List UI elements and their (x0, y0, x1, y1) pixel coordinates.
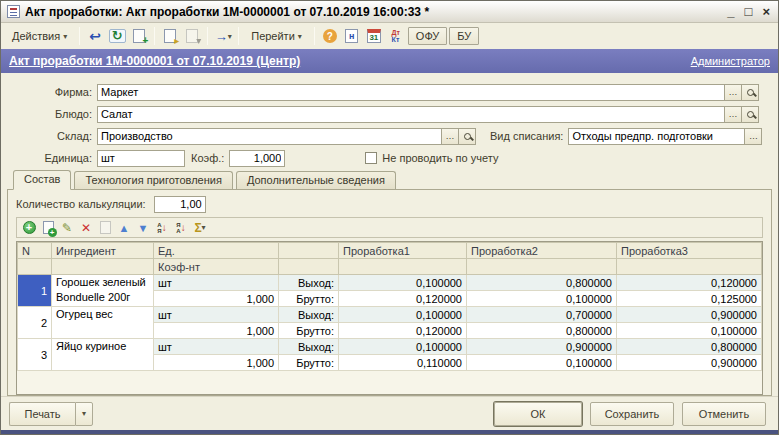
actions-menu-button[interactable]: Действия ▾ (5, 27, 74, 45)
table-row: 3 Яйцо куриное шт Выход: 0,100000 0,9000… (18, 339, 762, 355)
save-button[interactable]: Сохранить (590, 402, 674, 426)
value-cell[interactable]: 0,100000 (617, 323, 762, 339)
value-cell[interactable]: 0,800000 (467, 323, 617, 339)
vyhod-label-cell: Выход: (279, 275, 339, 291)
row-number-cell[interactable]: 1 (18, 275, 52, 307)
row-number-cell[interactable]: 2 (18, 307, 52, 339)
copy-row-button[interactable]: + (40, 220, 56, 236)
unit-cell[interactable]: шт (154, 307, 279, 323)
output-button[interactable]: → ▾ (213, 26, 233, 46)
blyudo-ellipsis-button[interactable]: … (725, 106, 742, 123)
value-cell[interactable]: 0,800000 (467, 275, 617, 291)
value-cell[interactable]: 0,700000 (467, 307, 617, 323)
koef-label: Коэф.: (185, 152, 229, 164)
debit-credit-icon: Дт Кт (392, 29, 400, 43)
unit-cell[interactable]: шт (154, 275, 279, 291)
unpost-document-button[interactable]: ▾ (182, 26, 202, 46)
vid-spisaniya-field[interactable] (568, 128, 745, 145)
sklad-ellipsis-button[interactable]: … (442, 128, 459, 145)
value-cell[interactable]: 0,120000 (339, 323, 467, 339)
maximize-button[interactable]: □ (745, 5, 753, 19)
firma-lookup-button[interactable] (742, 84, 759, 101)
goto-menu-button[interactable]: Перейти ▾ (244, 27, 309, 45)
vid-spisaniya-label: Вид списания: (476, 130, 568, 142)
koef-field[interactable] (229, 150, 285, 167)
firma-field[interactable] (97, 84, 725, 101)
export-icon: → (215, 29, 228, 44)
value-cell[interactable]: 0,100000 (339, 275, 467, 291)
value-cell[interactable]: 0,100000 (467, 355, 617, 371)
value-cell[interactable]: 0,100000 (467, 291, 617, 307)
blyudo-lookup-button[interactable] (742, 106, 759, 123)
value-cell[interactable]: 0,100000 (339, 307, 467, 323)
document-structure-button[interactable]: н (342, 26, 362, 46)
value-cell[interactable]: 0,110000 (339, 355, 467, 371)
edit-row-button[interactable]: ✎ (59, 220, 75, 236)
user-link[interactable]: Администратор (691, 55, 770, 67)
bu-toggle-button[interactable]: БУ (449, 27, 479, 45)
cancel-button[interactable]: Отменить (682, 402, 766, 426)
move-up-button[interactable]: ▲ (116, 220, 132, 236)
value-cell[interactable]: 0,120000 (617, 275, 762, 291)
value-cell[interactable]: 0,800000 (617, 339, 762, 355)
dtkt-button[interactable]: Дт Кт (386, 26, 406, 46)
document-title-link[interactable]: Акт проработки 1М-0000001 от 07.10.2019 … (9, 54, 300, 68)
form-area: Фирма: … Блюдо: … Склад: … Вид списания:… (1, 73, 778, 169)
qty-field[interactable] (154, 196, 206, 213)
tab-sostav[interactable]: Состав (13, 170, 71, 190)
ok-button[interactable]: ОК (494, 402, 582, 426)
calendar-button[interactable]: 31 (364, 26, 384, 46)
sort-desc-button[interactable]: ЯА ↓ (173, 220, 189, 236)
delete-icon: ✕ (81, 221, 91, 235)
row-number-cell[interactable]: 3 (18, 339, 52, 371)
minimize-button[interactable]: _ (727, 5, 734, 19)
unit-cell[interactable]: шт (154, 339, 279, 355)
edinitsa-field[interactable] (97, 150, 185, 167)
ingredient-cell[interactable]: Яйцо куриное (52, 339, 154, 371)
print-button[interactable]: Печать (9, 402, 75, 426)
print-menu-button[interactable]: ▾ (75, 402, 93, 426)
koef-cell[interactable]: 1,000 (154, 355, 279, 371)
add-row-button[interactable]: + (21, 220, 37, 236)
tab-dop-svedeniya[interactable]: Дополнительные сведения (236, 171, 396, 189)
window-title: Акт проработки: Акт проработки 1М-000000… (25, 5, 722, 19)
sklad-lookup-button[interactable] (459, 128, 476, 145)
value-cell[interactable]: 0,900000 (617, 307, 762, 323)
value-cell[interactable]: 0,900000 (617, 355, 762, 371)
vid-spisaniya-ellipsis-button[interactable]: … (745, 128, 762, 145)
ingredient-cell[interactable]: Горошек зеленый Bonduelle 200г (52, 275, 154, 307)
ofu-toggle-button[interactable]: ОФУ (408, 27, 447, 45)
end-edit-button[interactable] (97, 220, 113, 236)
actions-menu-label: Действия (12, 30, 60, 42)
no-accounting-checkbox[interactable] (365, 152, 377, 164)
note-icon: н (345, 29, 358, 43)
ingredient-cell[interactable]: Огурец вес (52, 307, 154, 339)
value-cell[interactable]: 0,120000 (339, 291, 467, 307)
value-cell[interactable]: 0,125000 (617, 291, 762, 307)
sklad-field[interactable] (97, 128, 442, 145)
totals-button[interactable]: Σ▾ (192, 220, 208, 236)
unpost-document-icon: ▾ (186, 29, 198, 43)
delete-row-button[interactable]: ✕ (78, 220, 94, 236)
post-document-button[interactable]: ▸ (160, 26, 180, 46)
sort-asc-button[interactable]: АЯ ↓ (154, 220, 170, 236)
sum-icon: Σ (194, 221, 201, 235)
reread-button[interactable]: ↻ (107, 26, 127, 46)
goto-menu-label: Перейти (251, 30, 295, 42)
firma-ellipsis-button[interactable]: … (725, 84, 742, 101)
value-cell[interactable]: 0,900000 (467, 339, 617, 355)
tab-tehnologiya[interactable]: Технология приготовления (74, 171, 232, 189)
qty-label: Количество калькуляции: (16, 198, 154, 210)
blyudo-field[interactable] (97, 106, 725, 123)
help-button[interactable]: ? (320, 26, 340, 46)
close-button[interactable]: × (762, 5, 770, 19)
move-down-button[interactable]: ▼ (135, 220, 151, 236)
col-header-blank (279, 243, 339, 259)
magnifier-icon (747, 89, 754, 96)
chevron-down-icon: ▾ (228, 32, 232, 41)
write-document-button[interactable]: ↩ (85, 26, 105, 46)
koef-cell[interactable]: 1,000 (154, 291, 279, 307)
value-cell[interactable]: 0,100000 (339, 339, 467, 355)
koef-cell[interactable]: 1,000 (154, 323, 279, 339)
copy-document-button[interactable]: + (129, 26, 149, 46)
